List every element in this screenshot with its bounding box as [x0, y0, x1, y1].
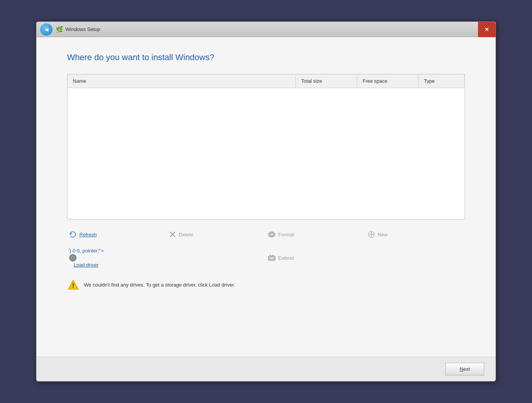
- svg-text:!: !: [72, 282, 74, 289]
- close-icon: ✕: [484, 26, 489, 33]
- extend-icon: [268, 254, 276, 262]
- extend-button[interactable]: Extend: [266, 245, 465, 271]
- next-button[interactable]: Next: [445, 363, 484, 375]
- back-button[interactable]: [40, 23, 53, 36]
- svg-line-8: [370, 233, 373, 236]
- close-button[interactable]: ✕: [478, 22, 496, 37]
- delete-button[interactable]: Delete: [167, 227, 266, 242]
- drive-table: Name Total size Free space Type: [67, 74, 465, 220]
- action-buttons-row2: ') 0 0, pointer;"> Load driver: [67, 245, 465, 271]
- setup-icon: 🌿: [56, 26, 63, 33]
- new-button[interactable]: New: [366, 227, 465, 242]
- refresh-icon: [69, 230, 77, 239]
- col-total-size: Total size: [296, 74, 357, 88]
- main-content: Where do you want to install Windows? Na…: [36, 37, 496, 357]
- delete-label: Delete: [179, 232, 194, 238]
- refresh-label: Refresh: [79, 232, 97, 238]
- col-name: Name: [67, 74, 296, 88]
- action-buttons-row1: Refresh Delete Format: [67, 227, 465, 242]
- windows-setup-window: 🌿 Windows Setup ✕ Where do you want to i…: [36, 21, 496, 382]
- warning-icon: !: [67, 278, 79, 291]
- svg-point-4: [270, 233, 274, 236]
- load-driver-icon: [69, 254, 77, 262]
- new-icon: [367, 230, 376, 239]
- warning-row: ! We couldn't find any drives. To get a …: [67, 278, 465, 291]
- svg-line-2: [170, 232, 175, 237]
- format-label: Format: [278, 232, 294, 238]
- extend-label: Extend: [278, 255, 294, 261]
- svg-line-1: [170, 232, 175, 237]
- format-button[interactable]: Format: [266, 227, 366, 242]
- table-header: Name Total size Free space Type: [67, 74, 465, 88]
- col-type: Type: [419, 74, 465, 88]
- load-driver-button[interactable]: ') 0 0, pointer;"> Load driver: [67, 245, 266, 271]
- titlebar: 🌿 Windows Setup ✕: [36, 22, 496, 37]
- new-label: New: [378, 232, 388, 238]
- svg-rect-16: [269, 257, 274, 259]
- delete-icon: [168, 230, 177, 239]
- page-title: Where do you want to install Windows?: [67, 52, 465, 62]
- col-free-space: Free space: [357, 74, 419, 88]
- next-label: Next: [460, 366, 470, 372]
- refresh-button[interactable]: Refresh: [67, 227, 167, 242]
- table-body: [67, 88, 465, 219]
- warning-text: We couldn't find any drives. To get a st…: [84, 282, 235, 288]
- svg-rect-13: [268, 256, 275, 260]
- svg-point-12: [72, 257, 74, 259]
- svg-line-9: [370, 233, 373, 236]
- svg-point-3: [268, 232, 275, 237]
- format-icon: [268, 230, 276, 239]
- load-driver-label: Load driver: [74, 262, 99, 268]
- window-title: Windows Setup: [66, 26, 492, 32]
- footer: Next: [36, 357, 496, 381]
- svg-point-5: [368, 231, 374, 238]
